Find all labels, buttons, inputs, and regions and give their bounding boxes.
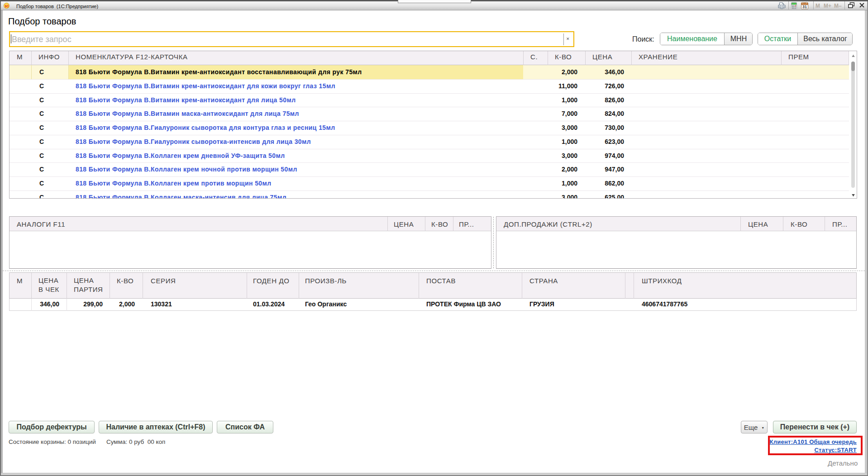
svg-text:31: 31: [802, 5, 807, 9]
